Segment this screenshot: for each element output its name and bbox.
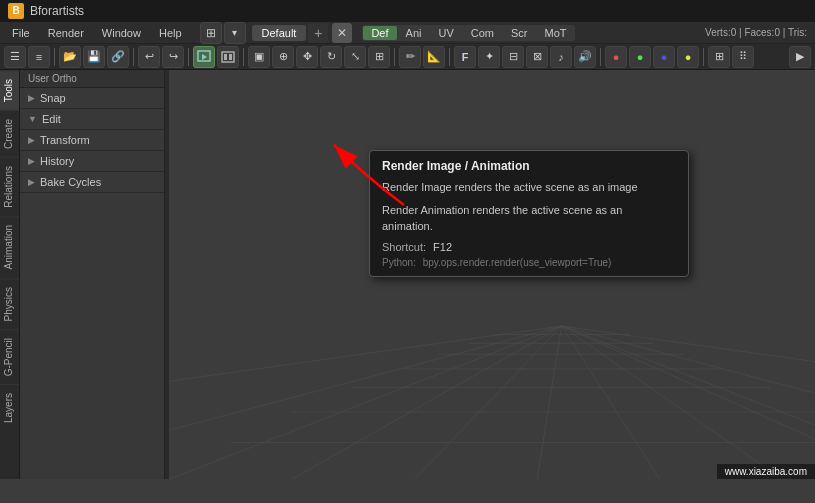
render-image-button[interactable] — [193, 46, 215, 68]
app-icon: B — [8, 3, 24, 19]
python-label: Python: — [382, 257, 416, 268]
viewport[interactable]: Render Image / Animation Render Image re… — [169, 70, 815, 479]
sidebar-tabs: Tools Create Relations Animation Physics… — [0, 70, 20, 479]
svg-line-13 — [169, 326, 562, 479]
history-section-header[interactable]: ▶ History — [20, 151, 164, 171]
color-green-button[interactable]: ● — [629, 46, 651, 68]
tab-uv[interactable]: UV — [430, 26, 461, 40]
transform-button[interactable]: ⊞ — [368, 46, 390, 68]
prop-vol-button[interactable]: 🔊 — [574, 46, 596, 68]
svg-line-16 — [537, 326, 562, 479]
transform-section: ▶ Transform — [20, 130, 164, 151]
transform-arrow: ▶ — [28, 135, 35, 145]
add-workspace-button[interactable]: + — [308, 23, 328, 43]
render-icon — [197, 50, 211, 64]
snap-arrow: ▶ — [28, 93, 35, 103]
sidebar-tab-tools[interactable]: Tools — [0, 70, 19, 110]
scale-button[interactable]: ⤡ — [344, 46, 366, 68]
transform-section-header[interactable]: ▶ Transform — [20, 130, 164, 150]
svg-rect-3 — [224, 54, 227, 60]
svg-line-15 — [414, 326, 561, 479]
redo-button[interactable]: ↪ — [162, 46, 184, 68]
svg-rect-2 — [222, 52, 234, 62]
dots-button[interactable]: ⠿ — [732, 46, 754, 68]
tab-com[interactable]: Com — [463, 26, 502, 40]
svg-line-14 — [292, 326, 562, 479]
prop-cross-button[interactable]: ⊠ — [526, 46, 548, 68]
sep7 — [600, 48, 601, 66]
save-file-button[interactable]: 💾 — [83, 46, 105, 68]
workspace-icon[interactable]: ⊞ — [200, 22, 222, 44]
tooltip-popup: Render Image / Animation Render Image re… — [369, 150, 689, 277]
grid-button[interactable]: ⊞ — [708, 46, 730, 68]
select-mode-button[interactable]: ▣ — [248, 46, 270, 68]
undo-button[interactable]: ↩ — [138, 46, 160, 68]
prop-star-button[interactable]: ✦ — [478, 46, 500, 68]
rotate-button[interactable]: ↻ — [320, 46, 342, 68]
svg-marker-1 — [202, 54, 207, 60]
tooltip-python: Python: bpy.ops.render.render(use_viewpo… — [382, 257, 676, 268]
svg-line-22 — [562, 326, 815, 381]
transform-label: Transform — [40, 134, 90, 146]
main-area: Tools Create Relations Animation Physics… — [0, 70, 815, 479]
shortcut-label: Shortcut: — [382, 241, 426, 253]
render-anim-button[interactable] — [217, 46, 239, 68]
tab-def[interactable]: Def — [363, 26, 396, 40]
edit-section: ▼ Edit — [20, 109, 164, 130]
bake-cycles-section-header[interactable]: ▶ Bake Cycles — [20, 172, 164, 192]
extra-button[interactable]: ▶ — [789, 46, 811, 68]
link-button[interactable]: 🔗 — [107, 46, 129, 68]
tab-scr[interactable]: Scr — [503, 26, 536, 40]
color-blue-button[interactable]: ● — [653, 46, 675, 68]
snap-section: ▶ Snap — [20, 88, 164, 109]
sidebar-tab-physics[interactable]: Physics — [0, 278, 19, 329]
list-view-button[interactable]: ≡ — [28, 46, 50, 68]
snap-section-header[interactable]: ▶ Snap — [20, 88, 164, 108]
close-workspace-button[interactable]: ✕ — [332, 23, 352, 43]
tooltip-title: Render Image / Animation — [382, 159, 676, 173]
prop-f-button[interactable]: F — [454, 46, 476, 68]
prop-note-button[interactable]: ♪ — [550, 46, 572, 68]
tab-ani[interactable]: Ani — [398, 26, 430, 40]
left-panel: User Ortho ▶ Snap ▼ Edit ▶ Transform ▶ H… — [20, 70, 165, 479]
tab-mot[interactable]: MoT — [536, 26, 574, 40]
app-title: Bforartists — [30, 4, 84, 18]
sidebar-tab-animation[interactable]: Animation — [0, 216, 19, 277]
svg-line-18 — [562, 326, 783, 479]
cursor-button[interactable]: ⊕ — [272, 46, 294, 68]
sep5 — [394, 48, 395, 66]
title-bar: B Bforartists — [0, 0, 815, 22]
workspace-arrow[interactable]: ▾ — [224, 22, 246, 44]
edit-section-header[interactable]: ▼ Edit — [20, 109, 164, 129]
active-workspace-tab: Default — [252, 25, 307, 41]
sep3 — [188, 48, 189, 66]
svg-line-23 — [169, 326, 562, 430]
menu-render[interactable]: Render — [40, 25, 92, 41]
tooltip-desc-1: Render Image renders the active scene as… — [382, 179, 676, 196]
menu-help[interactable]: Help — [151, 25, 190, 41]
color-red-button[interactable]: ● — [605, 46, 627, 68]
svg-line-21 — [562, 326, 815, 430]
measure-button[interactable]: 📐 — [423, 46, 445, 68]
stats-display: Verts:0 | Faces:0 | Tris: — [705, 27, 811, 38]
bake-cycles-section: ▶ Bake Cycles — [20, 172, 164, 193]
sidebar-tab-create[interactable]: Create — [0, 110, 19, 157]
python-value: bpy.ops.render.render(use_viewport=True) — [423, 257, 612, 268]
menu-toggle-button[interactable]: ☰ — [4, 46, 26, 68]
sidebar-tab-gpencil[interactable]: G-Pencil — [0, 329, 19, 384]
toolbar: ☰ ≡ 📂 💾 🔗 ↩ ↪ ▣ ⊕ ✥ ↻ ⤡ ⊞ ✏ 📐 F ✦ ⊟ ⊠ ♪ … — [0, 44, 815, 70]
annotate-button[interactable]: ✏ — [399, 46, 421, 68]
sidebar-tab-relations[interactable]: Relations — [0, 157, 19, 216]
prop-minus-button[interactable]: ⊟ — [502, 46, 524, 68]
sep2 — [133, 48, 134, 66]
move-button[interactable]: ✥ — [296, 46, 318, 68]
menu-file[interactable]: File — [4, 25, 38, 41]
color-yellow-button[interactable]: ● — [677, 46, 699, 68]
open-file-button[interactable]: 📂 — [59, 46, 81, 68]
sep4 — [243, 48, 244, 66]
sidebar-tab-layers[interactable]: Layers — [0, 384, 19, 431]
history-section: ▶ History — [20, 151, 164, 172]
sep1 — [54, 48, 55, 66]
svg-line-19 — [562, 326, 815, 479]
menu-window[interactable]: Window — [94, 25, 149, 41]
